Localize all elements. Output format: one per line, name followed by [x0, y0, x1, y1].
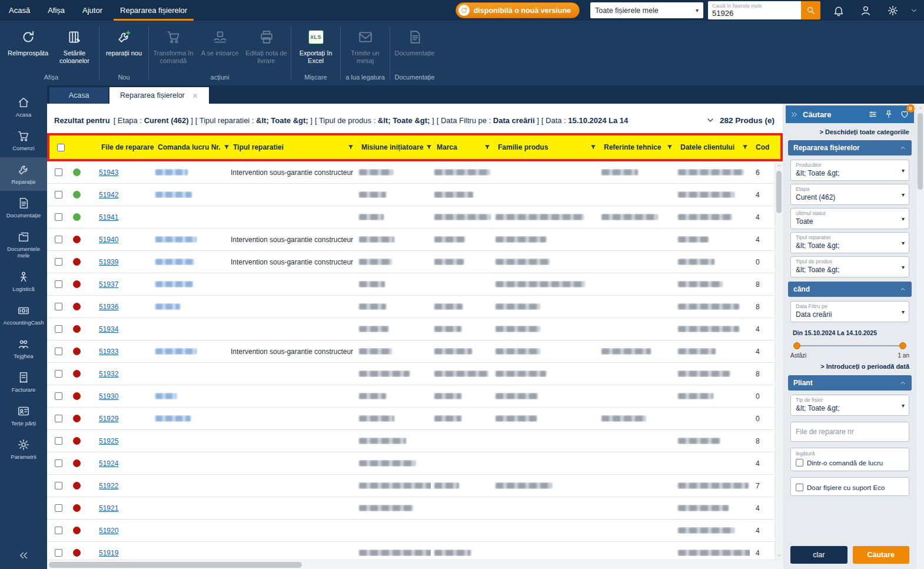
ribbon-button-reparatii-nou[interactable]: reparații nou	[101, 24, 147, 58]
table-row-51932[interactable]: 51932 8	[47, 363, 775, 385]
row-checkbox[interactable]	[55, 527, 62, 534]
close-icon[interactable]	[192, 92, 198, 99]
table-row-51920[interactable]: 51920 4	[47, 520, 775, 542]
row-checkbox[interactable]	[55, 392, 62, 400]
row-checkbox[interactable]	[55, 258, 62, 266]
row-checkbox[interactable]	[55, 213, 62, 221]
scrollbar-thumb[interactable]	[918, 113, 923, 190]
sidebar-collapse-button[interactable]	[0, 544, 47, 569]
panel-vertical-scrollbar[interactable]	[916, 104, 924, 569]
filter-funnel-icon[interactable]	[666, 144, 673, 151]
scroll-down-icon[interactable]	[776, 551, 782, 560]
settings-gear-icon[interactable]	[879, 5, 906, 16]
panel-search-button[interactable]: Căutare	[853, 546, 910, 564]
slider-handle-start[interactable]	[793, 342, 800, 349]
row-checkbox[interactable]	[55, 482, 62, 489]
tab-repair-files[interactable]: Repararea fișierelor	[109, 87, 209, 104]
slider-handle-end[interactable]	[899, 342, 906, 349]
sidebar-item-tejghea[interactable]: Tejghea	[0, 332, 47, 365]
filter-funnel-icon[interactable]	[484, 144, 491, 151]
file-scope-dropdown[interactable]: Toate fișierele mele ▾	[590, 2, 703, 18]
filter-dropdown-tipul-de-produs[interactable]: Tipul de produs &lt; Toate &gt; ▾	[790, 256, 909, 277]
table-row-51922[interactable]: 51922 7	[47, 475, 775, 497]
row-checkbox[interactable]	[55, 168, 62, 176]
sidebar-item-acasa[interactable]: Acasa	[0, 90, 47, 124]
menu-item-afisa[interactable]: Afișa	[39, 0, 74, 21]
ribbon-button-reimprospata[interactable]: Reîmprospăta	[5, 24, 51, 58]
row-checkbox[interactable]	[55, 437, 62, 445]
column-header-cod[interactable]: Cod	[752, 135, 777, 159]
row-checkbox[interactable]	[55, 415, 62, 422]
clear-button[interactable]: clar	[790, 546, 847, 564]
from-work-order-checkbox[interactable]	[796, 459, 803, 467]
pin-icon[interactable]	[884, 110, 893, 119]
table-row-51929[interactable]: 51929 0	[47, 408, 775, 430]
filter-dropdown-etapa[interactable]: Etapa Curent (462) ▾	[790, 184, 909, 205]
menu-item-repararea-fisierelor[interactable]: Repararea fișierelor	[111, 0, 196, 21]
sliders-filter-icon[interactable]	[868, 110, 878, 119]
file-number-link[interactable]: 51932	[99, 370, 118, 378]
table-row-51933[interactable]: 51933 Intervention sous-garantie constru…	[47, 340, 775, 363]
file-number-link[interactable]: 51937	[99, 280, 118, 289]
file-number-link[interactable]: 51919	[99, 549, 118, 557]
ribbon-button-setarile-coloanelor[interactable]: Setările coloanelor	[52, 24, 97, 66]
chevron-down-icon[interactable]	[906, 6, 922, 15]
row-checkbox[interactable]	[55, 325, 62, 333]
filter-dropdown-ultimul-statut[interactable]: ultimul statut Toate ▾	[790, 208, 909, 229]
column-header-marca[interactable]: Marca	[433, 135, 494, 159]
file-number-link[interactable]: 51930	[99, 392, 118, 401]
row-checkbox[interactable]	[55, 459, 62, 467]
column-header-datele-clientului[interactable]: Datele clientului	[677, 135, 752, 159]
row-checkbox[interactable]	[55, 370, 62, 378]
eco-support-option[interactable]: Doar fișiere cu suport Eco	[796, 482, 904, 491]
filter-funnel-icon[interactable]	[223, 144, 230, 151]
table-row-51937[interactable]: 51937 8	[47, 273, 775, 296]
file-number-link[interactable]: 51943	[99, 168, 118, 177]
favorites-heart-icon[interactable]: 0	[900, 110, 909, 119]
table-row-51939[interactable]: 51939 Intervention sous-garantie constru…	[47, 251, 775, 273]
column-header-familie-produs[interactable]: Familie produs	[494, 135, 600, 159]
table-horizontal-scrollbar[interactable]	[47, 560, 783, 569]
file-number-link[interactable]: 51939	[99, 258, 118, 266]
filter-dropdown-data-filtru-pe[interactable]: Data Filtru pe Data creării ▾	[790, 301, 909, 322]
scroll-up-icon[interactable]	[918, 104, 923, 112]
filter-funnel-icon[interactable]	[426, 144, 433, 151]
menu-item-acasa[interactable]: Acasă	[0, 0, 39, 21]
file-number-link[interactable]: 51929	[99, 415, 118, 423]
sidebar-item-accountingcash[interactable]: AccountingCash	[0, 298, 47, 332]
scrollbar-thumb[interactable]	[776, 171, 782, 213]
eco-support-checkbox[interactable]	[796, 484, 803, 491]
filter-funnel-icon[interactable]	[590, 144, 597, 151]
table-row-51930[interactable]: 51930 0	[47, 385, 775, 408]
row-checkbox[interactable]	[55, 504, 62, 512]
chevrons-right-icon[interactable]	[790, 111, 798, 118]
global-search-input[interactable]: Caută în fișierele mele 51926	[708, 1, 801, 19]
table-row-51934[interactable]: 51934 4	[47, 318, 775, 340]
sidebar-item-logistica[interactable]: Logistică	[0, 264, 47, 298]
file-number-link[interactable]: 51942	[99, 191, 118, 199]
row-checkbox[interactable]	[55, 236, 62, 243]
column-header-comanda-lucru-nr[interactable]: Comanda lucru Nr.	[154, 135, 230, 159]
table-row-51921[interactable]: 51921 4	[47, 497, 775, 520]
table-row-51941[interactable]: 51941 4	[47, 206, 775, 229]
ribbon-button-exportati-in-excel[interactable]: XLS Exportați în Excel	[293, 24, 338, 66]
column-header-file-de-reparare-nr[interactable]: File de reparare nr	[98, 135, 154, 159]
row-checkbox[interactable]	[55, 303, 62, 310]
sidebar-item-documentatie[interactable]: Documentație	[0, 191, 47, 224]
table-row-51919[interactable]: 51919 4	[47, 542, 775, 560]
section-header-repair-files[interactable]: Repararea fișierelor	[788, 140, 912, 156]
file-number-link[interactable]: 51924	[99, 459, 118, 468]
sidebar-item-facturare[interactable]: Facturare	[0, 365, 47, 399]
repair-file-number-input[interactable]	[790, 422, 909, 442]
chevron-down-icon[interactable]	[706, 115, 715, 125]
file-number-link[interactable]: 51933	[99, 348, 118, 356]
date-range-slider[interactable]	[795, 341, 905, 350]
table-vertical-scrollbar[interactable]	[775, 161, 783, 560]
scrollbar-thumb[interactable]	[49, 562, 302, 568]
table-row-51924[interactable]: 51924 4	[47, 452, 775, 475]
column-header-tipul-reparatiei[interactable]: Tipul reparatiei	[230, 135, 358, 159]
table-row-51940[interactable]: 51940 Intervention sous-garantie constru…	[47, 229, 775, 251]
table-row-51942[interactable]: 51942 4	[47, 184, 775, 206]
file-number-link[interactable]: 51922	[99, 482, 118, 490]
table-row-51925[interactable]: 51925 8	[47, 430, 775, 452]
